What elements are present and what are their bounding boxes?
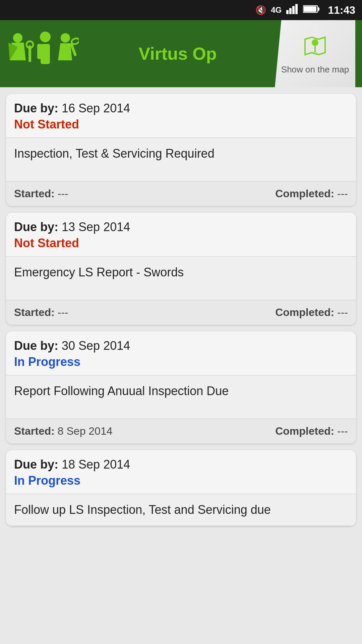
started-1: Started: --- <box>14 187 68 200</box>
task-header-3: Due by: 30 Sep 2014 In Progress <box>6 331 356 375</box>
completed-1: Completed: --- <box>275 187 348 200</box>
task-header-2: Due by: 13 Sep 2014 Not Started <box>6 213 356 257</box>
svg-rect-15 <box>45 44 50 59</box>
svg-point-21 <box>312 51 318 54</box>
due-date-3: Due by: 30 Sep 2014 <box>14 339 348 353</box>
due-date-2: Due by: 13 Sep 2014 <box>14 220 348 234</box>
svg-point-16 <box>61 33 70 43</box>
signal-icon <box>286 4 298 16</box>
task-description-3: Report Following Anuual Inspection Due <box>14 383 348 399</box>
task-card-4[interactable]: Due by: 18 Sep 2014 In Progress Follow u… <box>6 450 356 526</box>
status-badge-2: Not Started <box>14 236 348 250</box>
due-date-4: Due by: 18 Sep 2014 <box>14 458 348 472</box>
task-body-3: Report Following Anuual Inspection Due <box>6 375 356 419</box>
svg-point-7 <box>13 33 22 43</box>
app-logo <box>7 27 80 80</box>
task-body-4: Follow up LS Inspection, Test and Servic… <box>6 494 356 526</box>
status-bar: 🔇 4G 11:43 <box>0 0 362 20</box>
task-body-1: Inspection, Test & Servicing Required <box>6 138 356 181</box>
completed-3: Completed: --- <box>275 425 348 437</box>
svg-marker-17 <box>58 43 72 60</box>
task-card-1[interactable]: Due by: 16 Sep 2014 Not Started Inspecti… <box>6 94 356 206</box>
task-card-2[interactable]: Due by: 13 Sep 2014 Not Started Emergenc… <box>6 213 356 325</box>
app-title: Virtus Op <box>80 44 275 64</box>
svg-rect-5 <box>318 7 319 11</box>
task-footer-2: Started: --- Completed: --- <box>6 300 356 325</box>
svg-point-12 <box>40 32 51 42</box>
svg-rect-3 <box>295 4 298 14</box>
app-header: Virtus Op Show on the map <box>0 20 362 87</box>
svg-point-20 <box>312 39 318 46</box>
task-body-2: Emergency LS Report - Swords <box>6 257 356 300</box>
svg-point-19 <box>71 37 79 45</box>
task-footer-1: Started: --- Completed: --- <box>6 181 356 206</box>
task-description-4: Follow up LS Inspection, Test and Servic… <box>14 501 348 518</box>
status-badge-1: Not Started <box>14 117 348 131</box>
task-footer-3: Started: 8 Sep 2014 Completed: --- <box>6 419 356 443</box>
task-card-3[interactable]: Due by: 30 Sep 2014 In Progress Report F… <box>6 331 356 443</box>
svg-rect-14 <box>37 44 42 59</box>
battery-icon <box>303 5 320 16</box>
started-3: Started: 8 Sep 2014 <box>14 425 113 437</box>
started-2: Started: --- <box>14 306 68 319</box>
status-badge-4: In Progress <box>14 474 348 488</box>
mute-icon: 🔇 <box>255 5 266 15</box>
task-list: Due by: 16 Sep 2014 Not Started Inspecti… <box>0 87 362 533</box>
svg-rect-6 <box>304 6 316 12</box>
completed-2: Completed: --- <box>275 306 348 319</box>
status-time: 11:43 <box>328 4 355 16</box>
map-pin-icon <box>302 33 328 62</box>
show-on-map-button[interactable]: Show on the map <box>275 20 355 87</box>
task-description-2: Emergency LS Report - Swords <box>14 264 348 281</box>
task-header-1: Due by: 16 Sep 2014 Not Started <box>6 94 356 138</box>
svg-rect-2 <box>292 6 295 14</box>
due-date-1: Due by: 16 Sep 2014 <box>14 101 348 115</box>
svg-rect-1 <box>289 8 292 14</box>
task-header-4: Due by: 18 Sep 2014 In Progress <box>6 450 356 494</box>
status-badge-3: In Progress <box>14 355 348 369</box>
svg-rect-0 <box>286 10 289 14</box>
status-icons: 🔇 4G 11:43 <box>255 4 355 16</box>
network-type-icon: 4G <box>271 5 282 15</box>
map-label: Show on the map <box>281 64 349 75</box>
task-description-1: Inspection, Test & Servicing Required <box>14 145 348 162</box>
